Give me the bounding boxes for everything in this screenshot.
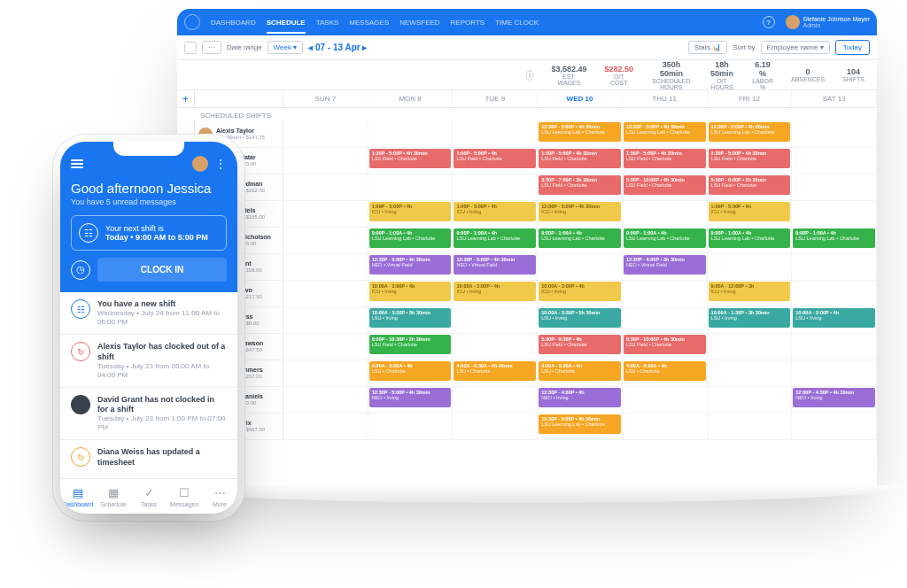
empty-cell[interactable] [453,414,538,439]
empty-cell[interactable] [283,201,368,227]
shift-block[interactable]: 4:00A - 8:00A • 4hLSU • Charlotte [369,361,452,381]
shift-block[interactable]: 9:00P - 1:00A • 4hLSU Learning Lab • Cha… [454,228,536,248]
empty-cell[interactable] [283,121,368,147]
empty-cell[interactable] [792,414,877,439]
today-button[interactable]: Today [835,40,870,55]
shift-block[interactable]: 10:00A - 2:00P • 4hLSU • Irving [793,308,875,328]
empty-cell[interactable] [623,201,708,227]
empty-cell[interactable] [453,334,538,360]
shift-block[interactable]: 12:30P - 5:00P • 4h 30minNEO • Virtual F… [369,255,452,275]
day-header[interactable]: SAT 13 [792,90,877,107]
shift-block[interactable]: 12:30P - 4:00P • 3h 30minNEO • Virtual F… [624,255,706,275]
day-header[interactable]: SUN 7 [283,90,368,107]
empty-cell[interactable] [708,254,793,280]
empty-cell[interactable] [623,414,708,439]
bulk-action-dropdown[interactable]: ⋯ [202,41,221,54]
empty-cell[interactable] [453,307,538,333]
empty-cell[interactable] [792,281,877,306]
empty-cell[interactable] [283,387,368,413]
shift-block[interactable]: 12:30P - 5:00P • 4h 30minNEO • Virtual F… [454,255,536,275]
shift-block[interactable]: 4:00A - 8:00A • 4hLSU • Charlotte [624,361,706,381]
menu-icon[interactable] [71,159,83,168]
shift-block[interactable]: 4:00A - 8:00A • 4hLSU • Charlotte [539,361,621,381]
day-header[interactable]: TUE 9 [453,90,538,107]
shift-block[interactable]: 8:00P - 10:30P • 2h 30minLSU Field • Cha… [369,335,452,354]
empty-cell[interactable] [283,281,368,306]
stats-toggle[interactable]: Stats 📊 [688,41,727,54]
empty-cell[interactable] [708,414,793,439]
shift-block[interactable]: 9:00P - 1:00A • 4hLSU Learning Lab • Cha… [539,228,621,248]
empty-cell[interactable] [283,307,368,333]
empty-cell[interactable] [792,121,877,147]
feed-item[interactable]: ↻Alexis Taylor has clocked out of a shif… [60,335,237,388]
select-all-checkbox[interactable] [184,42,197,54]
empty-cell[interactable] [792,174,877,200]
shift-block[interactable]: 12:30P - 5:00P • 4h 30minNEO • Irving [369,388,452,407]
tab-messages[interactable]: ☐Messages [167,479,202,514]
empty-cell[interactable] [792,201,877,227]
shift-block[interactable]: 1:00P - 5:00P • 4hICU • Irving [454,202,536,221]
tab-schedule[interactable]: ▦Schedule [96,479,131,514]
nav-tasks[interactable]: TASKS [316,19,339,27]
shift-block[interactable]: 10:00A - 3:30P • 5h 30minLSU • Irving [369,308,452,328]
shift-block[interactable]: 4:00A - 8:30A • 4h 30minLSU • Charlotte [454,361,536,381]
empty-cell[interactable] [792,360,877,386]
nav-schedule[interactable]: SCHEDULE [267,19,306,34]
shift-block[interactable]: 1:00P - 5:00P • 4hICU • Irving [709,202,791,221]
empty-cell[interactable] [283,414,368,439]
current-user[interactable]: Stefanie Johnson Mayer Admin [786,15,871,29]
shift-block[interactable]: 12:30P - 5:00P • 4h 30minLSU Learning La… [709,122,791,142]
shift-block[interactable]: 12:30P - 5:00P • 4h 30minLSU Learning La… [539,414,621,434]
feed-item[interactable]: ↻Diana Weiss has updated a timesheet [60,440,237,476]
shift-block[interactable]: 10:00A - 2:00P • 4hICU • Irving [454,282,536,301]
empty-cell[interactable] [368,174,454,200]
empty-cell[interactable] [283,254,368,280]
nav-reports[interactable]: REPORTS [451,19,485,27]
sort-select[interactable]: Employee name ▾ [761,41,830,54]
shift-block[interactable]: 12:30P - 4:00P • 4hNEO • Irving [539,388,621,407]
empty-cell[interactable] [708,360,793,386]
empty-cell[interactable] [368,414,454,439]
day-header[interactable]: WED 10 [538,90,623,107]
shift-block[interactable]: 9:00P - 1:00A • 4hLSU Learning Lab • Cha… [709,228,791,248]
shift-block[interactable]: 1:30P - 5:00P • 4h 30minLSU Field • Char… [709,149,791,168]
shift-block[interactable]: 1:30P - 5:00P • 4h 30minLSU Field • Char… [369,149,452,168]
empty-cell[interactable] [453,121,538,147]
avatar[interactable] [192,156,208,172]
feed-item[interactable]: ☷You have a new shiftWednesday • July 24… [60,292,237,335]
shift-block[interactable]: 10:00A - 3:30P • 5h 30minLSU • Irving [539,308,621,328]
tab-dashboard[interactable]: ▤Dashboard [60,479,96,514]
more-icon[interactable]: ⋮ [215,158,227,170]
shift-block[interactable]: 9:00P - 1:00A • 4hLSU Learning Lab • Cha… [369,228,452,248]
clock-in-button[interactable]: CLOCK IN [97,258,227,282]
shift-block[interactable]: 5:30P - 9:30P • 4hLSU Field • Charlotte [539,335,621,354]
shift-block[interactable]: 1:30P - 5:00P • 4h 30minLSU Field • Char… [624,149,706,168]
shift-block[interactable]: 9:00P - 1:00A • 4hLSU Learning Lab • Cha… [624,228,706,248]
day-header[interactable]: THU 11 [623,90,708,107]
empty-cell[interactable] [538,254,623,280]
nav-newsfeed[interactable]: NEWSFEED [399,19,439,27]
empty-cell[interactable] [283,334,368,360]
empty-cell[interactable] [453,387,538,413]
shift-block[interactable]: 1:00P - 5:00P • 4hLSU Field • Charlotte [454,149,536,168]
nav-dashboard[interactable]: DASHBOARD [211,19,256,27]
shift-block[interactable]: 5:30P - 8:00P • 2h 30minLSU Field • Char… [709,175,791,195]
shift-block[interactable]: 12:30P - 5:00P • 4h 30minLSU Learning La… [539,122,621,142]
shift-block[interactable]: 10:00A - 1:30P • 3h 30minLSU • Irving [709,308,791,328]
tab-tasks[interactable]: ✓Tasks [131,479,167,514]
add-shift-button[interactable]: + [177,90,195,107]
empty-cell[interactable] [623,281,708,306]
empty-cell[interactable] [708,334,793,360]
empty-cell[interactable] [283,174,368,200]
shift-block[interactable]: 10:00A - 2:00P • 4hICU • Irving [539,282,621,301]
date-range-value[interactable]: ◂ 07 - 13 Apr ▸ [308,43,367,52]
shift-block[interactable]: 1:00P - 5:00P • 4hICU • Irving [369,202,452,221]
shift-block[interactable]: 1:30P - 5:00P • 4h 30minLSU Field • Char… [539,149,621,168]
shift-block[interactable]: 9:00P - 1:00A • 4hLSU Learning Lab • Cha… [793,228,875,248]
feed-item[interactable]: David Grant has not clocked in for a shi… [60,388,237,441]
shift-block[interactable]: 3:30P - 7:00P • 3h 30minLSU Field • Char… [539,175,621,195]
empty-cell[interactable] [792,148,877,174]
empty-cell[interactable] [792,334,877,360]
empty-cell[interactable] [283,148,368,174]
range-select[interactable]: Week ▾ [267,41,304,54]
